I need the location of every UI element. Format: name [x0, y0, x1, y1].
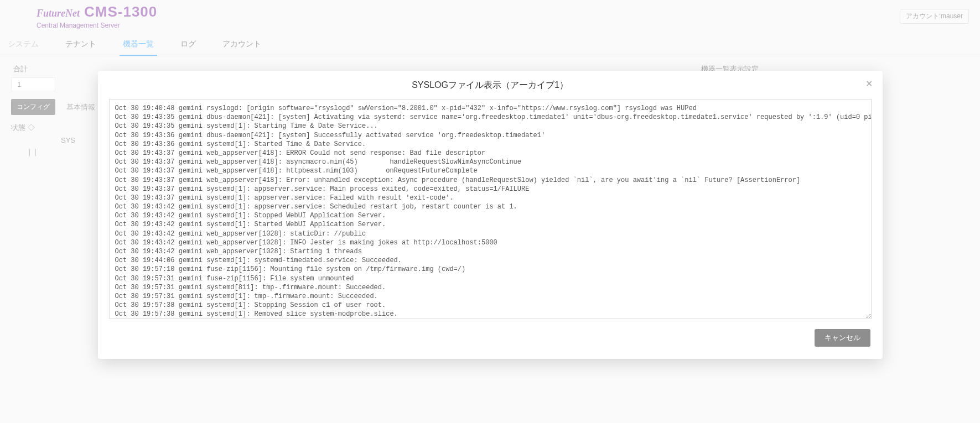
- modal-title: SYSLOGファイル表示（アーカイブ1）: [98, 71, 883, 99]
- cancel-button[interactable]: キャンセル: [815, 329, 870, 347]
- syslog-modal: ✕ SYSLOGファイル表示（アーカイブ1） Oct 30 19:40:48 g…: [98, 71, 883, 359]
- syslog-textarea[interactable]: Oct 30 19:40:48 gemini rsyslogd: [origin…: [109, 99, 872, 319]
- modal-overlay: ✕ SYSLOGファイル表示（アーカイブ1） Oct 30 19:40:48 g…: [0, 0, 980, 423]
- close-icon[interactable]: ✕: [865, 79, 873, 89]
